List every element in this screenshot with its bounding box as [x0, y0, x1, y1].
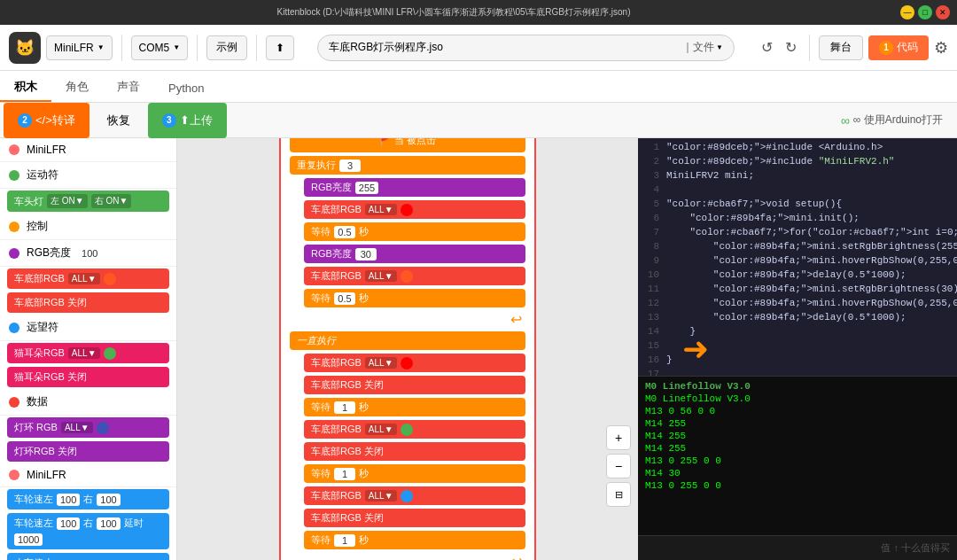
- block-floor-off-3[interactable]: 车底部RGB 关闭: [304, 509, 525, 527]
- rgb-brightness-input[interactable]: 100: [78, 247, 101, 260]
- block-wait-1-2[interactable]: 等待 1 秒: [304, 464, 525, 483]
- motor-time-val[interactable]: 1000: [14, 533, 43, 546]
- block-stop[interactable]: 小车停止: [7, 553, 169, 560]
- category-minilFR2[interactable]: MiniLFR: [0, 463, 176, 487]
- stage-button[interactable]: 舞台: [819, 35, 863, 60]
- category-motion[interactable]: 运动符: [0, 162, 176, 189]
- toolbar: 🐱 MiniLFR ▼ COM5 ▼ 示例 ⬆ ｜ 文件 ▼ ↺ ↻: [0, 25, 957, 71]
- wait-05-2-val[interactable]: 0.5: [334, 292, 355, 305]
- zoom-fit-button[interactable]: ⊟: [606, 482, 631, 507]
- wait-1-2-val[interactable]: 1: [334, 468, 355, 480]
- block-motor-timed[interactable]: 车轮速左 100 右 100 延时 1000: [7, 513, 169, 549]
- floor-rgb-blue-dropdown[interactable]: ALL▼: [365, 490, 397, 502]
- code-line-3: 3MiniLFRV2 mini;: [638, 170, 957, 184]
- block-wait-1-1[interactable]: 等待 1 秒: [304, 398, 525, 416]
- redo-button[interactable]: ↻: [782, 35, 800, 59]
- code-line-4: 4: [638, 184, 957, 198]
- block-rgb-bright-30[interactable]: RGB亮度 30: [304, 245, 525, 263]
- canvas-area: 🚩 当 被点击 重复执行 3 RGB亮度 255 车底部RGB ALL▼: [177, 138, 638, 560]
- wait-1-3-val[interactable]: 1: [334, 534, 355, 547]
- block-floor-rgb-all[interactable]: 车底部RGB ALL▼: [7, 268, 169, 289]
- headlight-right-dropdown[interactable]: 右 ON▼: [91, 194, 132, 208]
- serial-input[interactable]: [645, 543, 874, 554]
- block-floor-rgb-loop-red[interactable]: 车底部RGB ALL▼: [304, 354, 525, 372]
- upload-to-device-button[interactable]: 3 ⬆上传: [148, 103, 227, 138]
- code-badge: 1: [879, 41, 893, 55]
- category-data[interactable]: 数据: [0, 389, 176, 416]
- tab-sounds[interactable]: 声音: [103, 74, 154, 102]
- block-floor-rgb-orange[interactable]: 车底部RGB ALL▼: [304, 267, 525, 285]
- floor-rgb-loop-red-dropdown[interactable]: ALL▼: [365, 357, 397, 369]
- ear-rgb-dropdown[interactable]: ALL▼: [68, 347, 100, 359]
- motor-timed-right-val[interactable]: 100: [97, 517, 120, 530]
- floor-rgb-red-dropdown[interactable]: ALL▼: [365, 204, 397, 215]
- rgb-bright-255-val[interactable]: 255: [355, 182, 378, 194]
- zoom-out-button[interactable]: −: [606, 454, 631, 478]
- category-rgb[interactable]: RGB亮度 100: [0, 240, 176, 267]
- minimize-button[interactable]: —: [900, 5, 914, 19]
- block-ring-rgb[interactable]: 灯环 RGB ALL▼: [7, 417, 169, 438]
- toolbar-separator-1: [121, 35, 122, 61]
- toolbar-separator-2: [197, 35, 198, 61]
- block-wait-05-2[interactable]: 等待 0.5 秒: [304, 289, 525, 307]
- code-button[interactable]: 1 代码: [868, 35, 929, 60]
- motor-right-val[interactable]: 100: [97, 494, 120, 506]
- restore-button[interactable]: 恢复: [93, 103, 144, 138]
- upload-button[interactable]: ⬆: [266, 35, 294, 60]
- category-dot-data: [9, 397, 19, 408]
- undo-button[interactable]: ↺: [758, 35, 776, 59]
- category-dot-sensor: [9, 323, 19, 333]
- wait-05-1-val[interactable]: 0.5: [334, 226, 355, 238]
- search-input[interactable]: [329, 42, 679, 54]
- block-floor-rgb-off[interactable]: 车底部RGB 关闭: [7, 292, 169, 313]
- wait-1-1-val[interactable]: 1: [334, 401, 355, 414]
- block-headlight[interactable]: 车头灯 左 ON▼ 右 ON▼: [7, 191, 169, 212]
- category-minilFR[interactable]: MiniLFR: [0, 138, 176, 162]
- tab-blocks[interactable]: 积木: [0, 74, 51, 102]
- block-floor-off-1[interactable]: 车底部RGB 关闭: [304, 376, 525, 394]
- motor-timed-left-val[interactable]: 100: [57, 517, 80, 530]
- rgb-bright-30-val[interactable]: 30: [355, 248, 377, 261]
- search-bar[interactable]: ｜ 文件 ▼: [317, 35, 735, 61]
- arduino-open-button[interactable]: ∞ ∞ 使用Arduino打开: [827, 113, 957, 128]
- translate-button[interactable]: 2 </>转译: [4, 103, 89, 138]
- arrow-indicator: ➜: [682, 331, 709, 368]
- block-floor-off-2[interactable]: 车底部RGB 关闭: [304, 442, 525, 461]
- serial-line: M14 255: [645, 417, 950, 430]
- block-floor-rgb-red[interactable]: 车底部RGB ALL▼: [304, 200, 525, 219]
- category-control[interactable]: 控制: [0, 214, 176, 240]
- block-repeat[interactable]: 重复执行 3: [290, 156, 525, 175]
- block-ear-rgb[interactable]: 猫耳朵RGB ALL▼: [7, 343, 169, 363]
- floor-rgb-orange-dropdown[interactable]: ALL▼: [365, 270, 397, 282]
- block-wait-1-3[interactable]: 等待 1 秒: [304, 531, 525, 549]
- motor-left-val[interactable]: 100: [57, 494, 80, 506]
- block-loop[interactable]: 一直执行: [290, 331, 525, 350]
- repeat-count[interactable]: 3: [339, 159, 361, 172]
- category-sensor[interactable]: 远望符: [0, 315, 176, 341]
- block-rgb-bright-255[interactable]: RGB亮度 255: [304, 178, 525, 197]
- headlight-left-dropdown[interactable]: 左 ON▼: [47, 194, 88, 208]
- floor-rgb-dropdown[interactable]: ALL▼: [68, 273, 100, 284]
- category-dot-control: [9, 222, 19, 232]
- block-ring-off[interactable]: 灯环RGB 关闭: [7, 441, 169, 462]
- settings-button[interactable]: ⚙: [934, 38, 948, 58]
- minilFR-chevron-icon: ▼: [97, 43, 105, 51]
- block-flag-clicked[interactable]: 🚩 当 被点击: [290, 138, 525, 152]
- block-motor-left[interactable]: 车轮速左 100 右 100: [7, 489, 169, 509]
- file-button[interactable]: 文件: [693, 40, 714, 55]
- com-dropdown[interactable]: COM5 ▼: [131, 35, 189, 60]
- category-dot-motion: [9, 170, 19, 181]
- floor-rgb-green-dropdown[interactable]: ALL▼: [365, 424, 397, 435]
- close-button[interactable]: ✕: [936, 5, 950, 19]
- example-button[interactable]: 示例: [206, 35, 247, 60]
- tab-roles[interactable]: 角色: [51, 74, 103, 102]
- ring-rgb-dropdown[interactable]: ALL▼: [61, 422, 93, 433]
- minilFR-dropdown[interactable]: MiniLFR ▼: [46, 35, 113, 60]
- tab-python[interactable]: Python: [154, 76, 218, 102]
- block-wait-05-1[interactable]: 等待 0.5 秒: [304, 222, 525, 241]
- block-ear-off[interactable]: 猫耳朵RGB 关闭: [7, 367, 169, 387]
- zoom-in-button[interactable]: +: [606, 425, 631, 450]
- maximize-button[interactable]: □: [918, 5, 932, 19]
- block-floor-rgb-green[interactable]: 车底部RGB ALL▼: [304, 420, 525, 439]
- block-floor-rgb-blue[interactable]: 车底部RGB ALL▼: [304, 486, 525, 505]
